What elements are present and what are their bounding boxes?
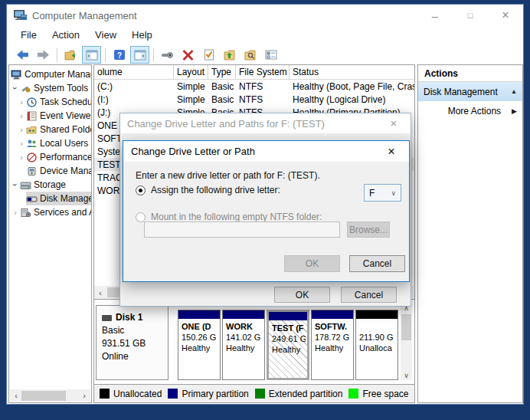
partition-name: SOFTW.	[315, 321, 352, 332]
radio-selected-icon[interactable]	[136, 185, 146, 195]
tree-item-system-tools[interactable]: › System Tools	[9, 81, 91, 95]
disk-scrollbar-thumb[interactable]	[401, 314, 411, 340]
partition-status: Healthy	[272, 344, 306, 355]
partition-block-unallocated[interactable]: 211.90 G Unalloca	[355, 310, 398, 380]
toolbar-properties-button[interactable]	[261, 46, 280, 64]
back-icon	[16, 49, 29, 61]
dialog-prompt: Enter a new drive letter or path for F: …	[136, 170, 320, 181]
expander-icon[interactable]: ›	[11, 208, 20, 217]
menu-help[interactable]: Help	[124, 29, 160, 41]
more-actions-item[interactable]: More Actions ▶	[418, 101, 522, 120]
column-header-file-system[interactable]: File System	[236, 65, 290, 80]
dialog-close-button[interactable]: ×	[374, 141, 409, 162]
dialog-title-bar: Change Drive Letter or Path ×	[123, 141, 409, 162]
close-icon: ×	[502, 8, 509, 22]
toolbar-export-button[interactable]	[61, 46, 80, 64]
tree-item-performance[interactable]: › Performance	[9, 150, 91, 164]
toolbar-console-tree-button[interactable]	[82, 46, 101, 64]
collapse-icon[interactable]: ▲	[511, 88, 517, 95]
partition-status: Healthy	[226, 343, 263, 353]
actions-header: Actions	[418, 65, 522, 82]
volume-status: Healthy (Logical Drive)	[290, 94, 414, 105]
menu-action[interactable]: Action	[44, 29, 87, 41]
mount-path-input[interactable]	[144, 221, 340, 238]
tree-item-shared-folders[interactable]: › Shared Folders	[9, 123, 91, 136]
dialog-ok-button[interactable]: OK	[274, 287, 330, 303]
toolbar-separator	[57, 48, 57, 62]
toolbar-tool-button[interactable]	[158, 46, 177, 64]
minimize-button[interactable]: –	[417, 5, 453, 26]
scroll-down-icon[interactable]: ∨	[401, 372, 412, 379]
tree-item-computer-management[interactable]: Computer Management	[9, 67, 91, 81]
actions-disk-management-group[interactable]: Disk Management ▲	[418, 82, 522, 101]
mount-folder-radio-row[interactable]: Mount in the following empty NTFS folder…	[136, 212, 322, 222]
partition-block-work[interactable]: WORK 141.02 G Healthy	[222, 310, 265, 380]
tree-item-disk-management[interactable]: Disk Management	[9, 192, 91, 205]
extended-partition-swatch	[255, 389, 265, 399]
menu-file[interactable]: File	[13, 29, 44, 41]
column-header-layout[interactable]: Layout	[174, 65, 208, 80]
tree-item-task-scheduler[interactable]: › Task Scheduler	[9, 95, 91, 109]
partition-block-softw[interactable]: SOFTW. 178.72 G Healthy	[311, 310, 354, 380]
tree-item-label: Performance	[40, 152, 91, 162]
computer-management-app-icon	[14, 10, 27, 21]
column-header-status[interactable]: Status	[290, 65, 414, 80]
column-header-volume[interactable]: olume	[94, 65, 174, 80]
scroll-left-icon[interactable]: ‹	[94, 288, 106, 297]
primary-partition-bar	[312, 310, 353, 319]
expander-icon[interactable]: ›	[17, 111, 26, 120]
toolbar-check-document-button[interactable]	[199, 46, 218, 64]
tree-scrollbar-thumb[interactable]	[21, 391, 66, 401]
tree-item-local-users[interactable]: › Local Users and Groups	[9, 136, 91, 150]
partition-block-one[interactable]: ONE (D 150.26 G Healthy	[178, 310, 221, 380]
volume-row-i[interactable]: (I:) Simple Basic NTFS Healthy (Logical …	[94, 93, 414, 106]
scroll-left-icon[interactable]: ‹	[10, 391, 22, 400]
drive-letter-dropdown[interactable]: F ∨	[364, 184, 401, 202]
expander-icon[interactable]: ›	[11, 84, 20, 93]
help-icon: ?	[113, 49, 126, 61]
radio-unselected-icon[interactable]	[136, 212, 146, 222]
disk-size: 931.51 GB	[102, 337, 165, 350]
expander-icon[interactable]: ›	[11, 180, 20, 189]
browse-button[interactable]: Browse...	[347, 221, 390, 238]
toolbar-help-button[interactable]: ?	[110, 46, 129, 64]
toolbar-folder-up-button[interactable]	[220, 46, 239, 64]
export-list-icon	[64, 49, 77, 61]
maximize-button[interactable]: □	[453, 5, 488, 26]
tree-item-device-manager[interactable]: Device Manager	[9, 164, 91, 178]
dialog-cancel-button[interactable]: Cancel	[341, 287, 397, 303]
disk-status: Online	[102, 350, 165, 363]
primary-partition-bar	[223, 310, 264, 319]
column-header-type[interactable]: Type	[208, 65, 236, 80]
desktop: { "window": { "title": "Computer Managem…	[0, 0, 530, 420]
toolbar-delete-button[interactable]	[178, 46, 198, 64]
disk-vertical-scrollbar[interactable]: ∧ ∨	[401, 304, 412, 380]
system-tools-icon	[20, 84, 31, 94]
toolbar-folder-search-button[interactable]	[240, 46, 260, 64]
dialog-close-button[interactable]: ×	[377, 113, 411, 133]
partition-block-test-selected[interactable]: TEST (F 249.61 G Healthy	[267, 310, 309, 380]
expander-icon[interactable]: ›	[17, 125, 26, 134]
toolbar-forward-button[interactable]	[34, 46, 53, 64]
assign-drive-letter-radio-row[interactable]: Assign the following drive letter:	[136, 185, 280, 195]
disk1-info-panel[interactable]: Disk 1 Basic 931.51 GB Online	[96, 305, 168, 380]
volume-list-header: olume Layout Type File System Status	[94, 65, 414, 80]
close-button[interactable]: ×	[488, 5, 523, 26]
expander-icon[interactable]: ›	[17, 97, 26, 107]
partition-size: 178.72 G	[315, 332, 352, 343]
toolbar-action-pane-button[interactable]	[130, 46, 149, 64]
cancel-button[interactable]: Cancel	[349, 255, 405, 272]
tree-item-label: Computer Management	[25, 69, 91, 80]
expander-icon[interactable]: ›	[17, 139, 26, 148]
scroll-right-icon[interactable]: ›	[78, 391, 90, 400]
volume-row-c[interactable]: (C:) Simple Basic NTFS Healthy (Boot, Pa…	[94, 80, 414, 93]
tree-item-event-viewer[interactable]: › Event Viewer	[9, 109, 91, 123]
menu-view[interactable]: View	[87, 29, 124, 41]
ok-button[interactable]: OK	[284, 255, 340, 272]
expander-icon[interactable]: ›	[17, 153, 26, 162]
tree-item-services-applications[interactable]: › Services and Applications	[9, 205, 91, 219]
assign-drive-letter-label: Assign the following drive letter:	[151, 185, 280, 195]
close-icon: ×	[391, 116, 398, 130]
tree-item-storage[interactable]: › Storage	[9, 178, 91, 192]
toolbar-back-button[interactable]	[13, 46, 32, 64]
